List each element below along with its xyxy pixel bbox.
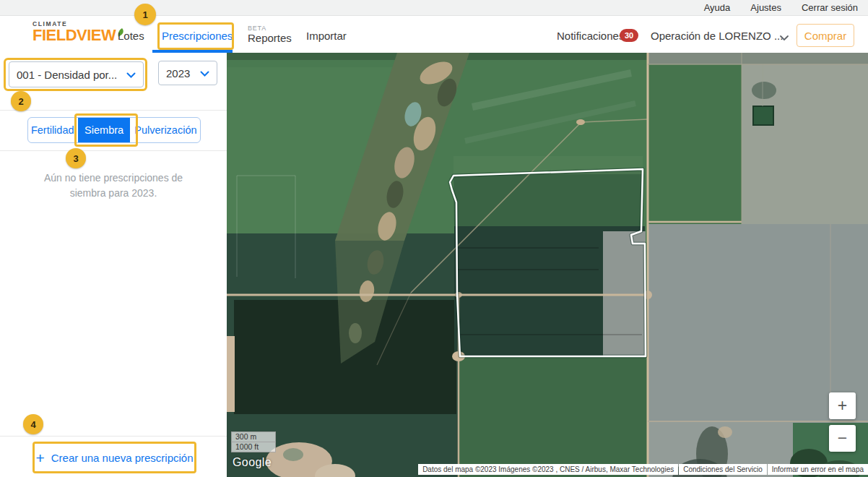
- create-prescription-label: Crear una nueva prescripción: [51, 452, 194, 464]
- beta-tag: BETA: [248, 25, 266, 32]
- plus-icon: +: [35, 450, 44, 465]
- nav-item-reportes[interactable]: Reportes: [248, 32, 292, 44]
- map-attribution-text: Datos del mapa ©2023 Imágenes ©2023 , CN…: [418, 464, 678, 475]
- create-prescription-button[interactable]: + Crear una nueva prescripción: [35, 450, 193, 465]
- annotation-marker-1: 1: [134, 4, 156, 25]
- divider: [0, 110, 227, 111]
- utility-bar: Ayuda Ajustes Cerrar sesión: [0, 0, 868, 16]
- sidebar: 001 - Densidad por... 2023 Fertilidad Si…: [0, 53, 227, 477]
- help-link[interactable]: Ayuda: [704, 2, 731, 13]
- settings-link[interactable]: Ajustes: [750, 2, 781, 13]
- empty-state-message: Aún no tiene prescripciones de siembra p…: [0, 171, 227, 201]
- buy-button-label: Comprar: [804, 30, 846, 42]
- buy-button[interactable]: Comprar: [797, 24, 854, 47]
- notifications-count-badge: 30: [620, 29, 638, 42]
- main-nav: CLIMATE FIELDVIEW Lotes Prescripciones B…: [0, 16, 868, 53]
- prescription-select-value: 001 - Densidad por...: [17, 69, 117, 81]
- annotation-box-create: + Crear una nueva prescripción: [32, 442, 196, 473]
- divider: [0, 436, 227, 437]
- map-scale-metric: 300 m: [231, 431, 276, 442]
- logout-link[interactable]: Cerrar sesión: [802, 2, 858, 13]
- empty-state-line2: siembra para 2023.: [0, 186, 227, 201]
- annotation-marker-4: 4: [23, 414, 43, 434]
- nav-item-prescripciones[interactable]: Prescripciones: [162, 30, 233, 42]
- tab-fertilidad[interactable]: Fertilidad: [28, 118, 77, 142]
- fieldview-logo[interactable]: CLIMATE FIELDVIEW: [32, 20, 124, 43]
- chevron-down-icon: [200, 67, 209, 80]
- year-select[interactable]: 2023: [158, 61, 217, 85]
- terms-of-service-link[interactable]: Condiciones del Servicio: [679, 464, 767, 475]
- tab-siembra[interactable]: Siembra: [77, 118, 131, 142]
- annotation-marker-2: 2: [11, 91, 31, 111]
- map-attribution-bar: Datos del mapa ©2023 Imágenes ©2023 , CN…: [418, 464, 868, 475]
- nav-item-lotes[interactable]: Lotes: [118, 30, 144, 42]
- satellite-map[interactable]: 300 m 1000 ft Google Datos del mapa ©202…: [227, 53, 868, 477]
- tab-pulverizacion[interactable]: Pulverización: [131, 118, 200, 142]
- divider: [0, 150, 227, 151]
- chevron-down-icon[interactable]: [779, 32, 789, 45]
- logo-fieldview-text: FIELDVIEW: [32, 27, 116, 43]
- zoom-out-button[interactable]: −: [829, 425, 856, 452]
- prescription-select[interactable]: 001 - Densidad por...: [9, 61, 144, 87]
- zoom-in-button[interactable]: +: [829, 392, 856, 419]
- map-scale-imperial: 1000 ft: [231, 442, 276, 452]
- annotation-marker-3: 3: [66, 148, 86, 168]
- active-tab-underline: [152, 50, 233, 53]
- chevron-down-icon: [126, 69, 136, 81]
- year-select-value: 2023: [166, 67, 190, 80]
- google-logo: Google: [233, 456, 272, 469]
- prescription-type-tabs: Fertilidad Siembra Pulverización: [27, 117, 201, 143]
- nav-item-importar[interactable]: Importar: [306, 30, 347, 42]
- notifications-link[interactable]: Notificaciones: [557, 30, 624, 42]
- satellite-imagery: [227, 53, 868, 477]
- report-map-error-link[interactable]: Informar un error en el mapa: [768, 464, 868, 475]
- empty-state-line1: Aún no tiene prescripciones de: [0, 171, 227, 186]
- operation-dropdown[interactable]: Operación de LORENZO ...: [651, 30, 783, 42]
